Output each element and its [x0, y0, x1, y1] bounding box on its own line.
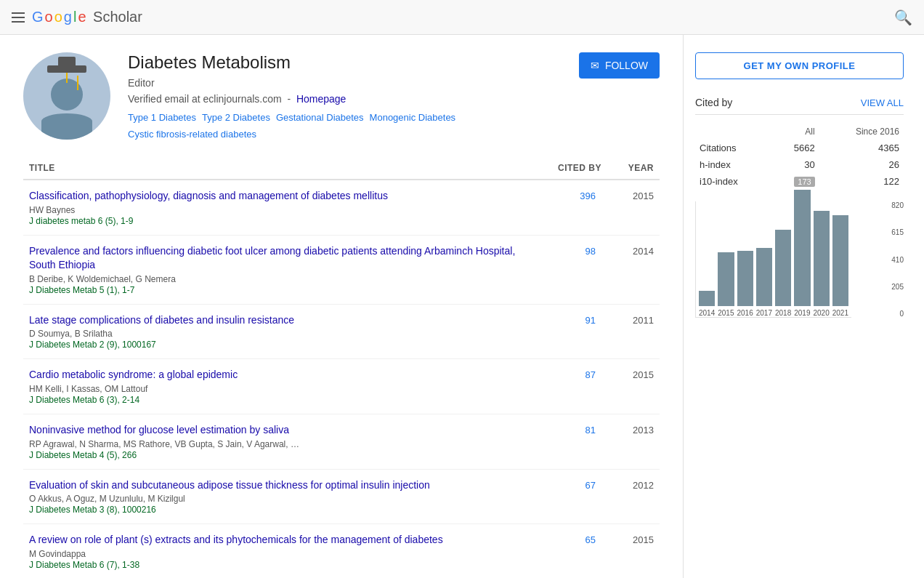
sidebar: GET MY OWN PROFILE Cited by VIEW ALL All…	[683, 35, 915, 578]
avatar-head	[51, 79, 83, 111]
stats-row: i10-index 173 122	[695, 173, 904, 190]
paper-authors: D Soumya, B Srilatha	[29, 329, 654, 339]
follow-button[interactable]: ✉ FOLLOW	[579, 52, 660, 79]
profile-tag[interactable]: Gestational Diabetes	[276, 112, 364, 123]
paper-cited-count[interactable]: 81	[523, 423, 596, 435]
paper-title-link[interactable]: Late stage complications of diabetes and…	[29, 314, 294, 326]
search-icon[interactable]: 🔍	[894, 9, 912, 26]
profile-info: Diabetes Metabolism Editor Verified emai…	[128, 52, 562, 140]
y-axis-label: 0	[891, 310, 904, 318]
stats-value-all: 30	[771, 156, 819, 173]
bar-chart: 20142015201620172018201920202021	[695, 201, 851, 318]
paper-year: 2015	[596, 533, 654, 545]
table-row: Prevalence and factors influencing diabe…	[23, 236, 660, 305]
homepage-link[interactable]: Homepage	[296, 93, 346, 105]
paper-cited-count[interactable]: 98	[523, 244, 596, 257]
chart-bar	[718, 252, 734, 306]
table-row: Evaluation of skin and subcutaneous adip…	[23, 470, 660, 525]
papers-list: Classification, pathophysiology, diagnos…	[23, 180, 660, 578]
stats-value-all: 5662	[771, 140, 819, 156]
cited-by-title: Cited by	[695, 97, 732, 108]
paper-cited-count[interactable]: 396	[523, 189, 596, 201]
chart-bar	[794, 190, 810, 306]
follow-label: FOLLOW	[605, 60, 648, 71]
profile-tag[interactable]: Type 2 Diabetes	[202, 112, 270, 123]
paper-authors: B Deribe, K Woldemichael, G Nemera	[29, 274, 654, 284]
bar-group: 2019	[794, 190, 810, 317]
paper-title: Noninvasive method for glucose level est…	[29, 423, 523, 438]
bar-year-label: 2014	[699, 309, 715, 317]
menu-icon[interactable]	[12, 12, 25, 23]
col-year-header: YEAR	[601, 163, 660, 173]
paper-authors: RP Agrawal, N Sharma, MS Rathore, VB Gup…	[29, 439, 654, 449]
bar-year-label: 2020	[814, 309, 830, 317]
profile-tag[interactable]: Monogenic Diabetes	[370, 112, 456, 123]
profile-section: Diabetes Metabolism Editor Verified emai…	[0, 35, 683, 578]
follow-icon: ✉	[591, 60, 599, 71]
stats-table: All Since 2016 Citations 5662 4365 h-ind…	[695, 124, 904, 190]
paper-year: 2013	[596, 423, 654, 435]
stats-col-all: All	[771, 124, 819, 140]
paper-title-row: Cardio metabolic syndrome: a global epid…	[29, 368, 654, 382]
paper-title-row: Late stage complications of diabetes and…	[29, 313, 654, 328]
paper-cited-count[interactable]: 65	[523, 533, 596, 545]
header-left: Google Scholar	[12, 9, 142, 25]
paper-journal: J Diabetes Metab 6 (7), 1-38	[29, 560, 654, 570]
paper-title-row: A review on role of plant (s) extracts a…	[29, 533, 654, 547]
bar-group: 2018	[775, 230, 791, 317]
paper-title: Evaluation of skin and subcutaneous adip…	[29, 478, 523, 493]
paper-title: Late stage complications of diabetes and…	[29, 313, 523, 328]
col-cited-header: CITED BY	[529, 163, 601, 173]
chart-bar	[699, 291, 715, 306]
paper-cited-count[interactable]: 87	[523, 368, 596, 380]
papers-table-header: TITLE CITED BY YEAR	[23, 157, 660, 180]
y-axis-label: 820	[891, 201, 904, 209]
chart-wrapper: 20142015201620172018201920202021 8206154…	[695, 201, 904, 318]
paper-authors: HW Baynes	[29, 205, 654, 215]
y-axis-labels: 8206154102050	[891, 201, 904, 318]
bar-group: 2015	[718, 252, 734, 317]
bar-year-label: 2015	[718, 309, 734, 317]
avatar-person	[41, 79, 92, 140]
paper-title-link[interactable]: Noninvasive method for glucose level est…	[29, 424, 289, 435]
cited-by-header: Cited by VIEW ALL	[695, 97, 904, 115]
stats-label: i10-index	[695, 173, 771, 190]
view-all-link[interactable]: VIEW ALL	[861, 97, 904, 108]
paper-journal: J Diabetes Metab 5 (1), 1-7	[29, 285, 654, 295]
chart-bar	[775, 230, 791, 306]
paper-title-link[interactable]: A review on role of plant (s) extracts a…	[29, 534, 443, 545]
avatar	[23, 52, 110, 140]
stats-value-since: 4365	[819, 140, 904, 156]
bar-year-label: 2019	[794, 309, 810, 317]
paper-title-link[interactable]: Cardio metabolic syndrome: a global epid…	[29, 369, 238, 380]
paper-title-link[interactable]: Prevalence and factors influencing diabe…	[29, 245, 515, 271]
main-container: Diabetes Metabolism Editor Verified emai…	[0, 35, 924, 578]
bar-group: 2021	[832, 215, 848, 317]
paper-authors: HM Kelli, I Kassas, OM Lattouf	[29, 384, 654, 394]
paper-title-link[interactable]: Evaluation of skin and subcutaneous adip…	[29, 479, 430, 491]
paper-year: 2014	[596, 244, 654, 257]
paper-journal: J Diabetes Metab 6 (3), 2-14	[29, 395, 654, 405]
paper-title-row: Noninvasive method for glucose level est…	[29, 423, 654, 438]
col-title-header: TITLE	[23, 163, 529, 173]
table-row: Cardio metabolic syndrome: a global epid…	[23, 359, 660, 414]
paper-title-link[interactable]: Classification, pathophysiology, diagnos…	[29, 190, 388, 201]
paper-year: 2012	[596, 478, 654, 491]
paper-cited-count[interactable]: 91	[523, 313, 596, 326]
bar-year-label: 2016	[737, 309, 753, 317]
chart-bar	[832, 215, 848, 306]
paper-title-row: Prevalence and factors influencing diabe…	[29, 244, 654, 273]
table-row: A review on role of plant (s) extracts a…	[23, 524, 660, 578]
paper-title-row: Classification, pathophysiology, diagnos…	[29, 189, 654, 204]
get-profile-button[interactable]: GET MY OWN PROFILE	[695, 52, 904, 79]
profile-tag[interactable]: Cystic fibrosis-related diabetes	[128, 129, 256, 140]
chart-bar	[756, 248, 772, 306]
paper-journal: J Diabetes Metab 4 (5), 266	[29, 450, 654, 460]
profile-tag[interactable]: Type 1 Diabetes	[128, 112, 196, 123]
profile-header: Diabetes Metabolism Editor Verified emai…	[23, 52, 660, 140]
paper-cited-count[interactable]: 67	[523, 478, 596, 491]
email-text: Verified email at eclinjournals.com	[128, 93, 282, 105]
stats-value-since: 122	[819, 173, 904, 190]
y-axis-label: 205	[891, 283, 904, 291]
stats-value-all: 173	[771, 173, 819, 190]
